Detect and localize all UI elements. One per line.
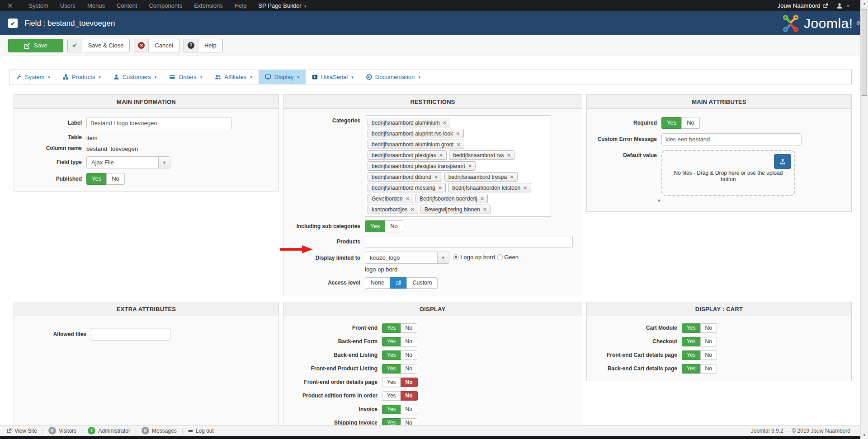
category-tag[interactable]: bedrijfsnaambord dibond×: [368, 172, 442, 182]
scroll-up-arrow[interactable]: ▲: [861, 1, 868, 5]
category-tag[interactable]: Bewegwijzering binnen×: [420, 205, 491, 214]
yes-button[interactable]: Yes: [682, 323, 701, 333]
chevron-down-icon[interactable]: ▼: [437, 252, 449, 263]
menu-hikaserial[interactable]: HikaSerial▾: [306, 70, 360, 84]
no-button[interactable]: No: [700, 337, 717, 346]
menu-affiliates[interactable]: Affiliates▾: [208, 70, 258, 84]
display-limited-to-select[interactable]: keuze_logo ▼: [365, 252, 449, 264]
remove-tag-icon[interactable]: ×: [457, 141, 460, 147]
menu-customers[interactable]: Customers▾: [107, 70, 163, 84]
no-button[interactable]: No: [401, 323, 417, 333]
administrator-status[interactable]: 1 Administrator: [88, 427, 130, 434]
cancel-button[interactable]: ✕ Cancel: [134, 39, 179, 52]
remove-tag-icon[interactable]: ×: [406, 196, 410, 201]
menu-display[interactable]: Display▾: [259, 70, 306, 84]
category-tag[interactable]: bedrijfsnaambord plexiglas×: [368, 150, 447, 160]
remove-tag-icon[interactable]: ×: [524, 185, 527, 191]
logo-op-bord-radio[interactable]: [453, 254, 459, 260]
access-all-button[interactable]: all: [390, 277, 407, 289]
scroll-down-arrow[interactable]: ▼: [861, 433, 868, 437]
no-button[interactable]: No: [401, 350, 417, 360]
yes-button[interactable]: Yes: [661, 117, 682, 129]
save-close-button[interactable]: ✔ Save & Close: [67, 39, 130, 52]
category-tag[interactable]: bedrijfsnaambord aluminium groot×: [368, 140, 464, 149]
yes-button[interactable]: Yes: [365, 220, 385, 232]
no-button[interactable]: No: [700, 364, 717, 374]
site-name-link[interactable]: Jouw Naambord: [778, 2, 829, 9]
field-type-select[interactable]: Ajax File ▼: [86, 156, 170, 168]
category-tag[interactable]: Bedrijfsborden boerderij×: [415, 194, 488, 203]
no-button[interactable]: No: [681, 117, 700, 129]
no-button[interactable]: No: [401, 337, 417, 346]
yes-button[interactable]: Yes: [382, 350, 401, 360]
yes-button[interactable]: Yes: [382, 405, 401, 414]
logout-link[interactable]: Log out: [188, 428, 214, 434]
remove-tag-icon[interactable]: ×: [483, 206, 487, 212]
category-tag[interactable]: bedrijfsnaambord rvs×: [449, 150, 514, 160]
no-button[interactable]: No: [106, 173, 125, 185]
category-tag[interactable]: Gevelborden×: [368, 194, 413, 203]
yes-button[interactable]: Yes: [382, 378, 401, 387]
file-dropzone[interactable]: No files - Drag & Drop here or use the u…: [661, 150, 795, 196]
yes-button[interactable]: Yes: [382, 364, 401, 374]
yes-button[interactable]: Yes: [682, 350, 701, 360]
no-button[interactable]: No: [401, 364, 417, 374]
topbar-item-help[interactable]: Help: [229, 2, 253, 9]
no-button[interactable]: No: [700, 323, 717, 333]
no-button[interactable]: No: [401, 378, 418, 387]
category-tag[interactable]: bedrijfsnaamborden leisteen×: [448, 183, 531, 192]
menu-products[interactable]: Products▾: [57, 70, 107, 84]
topbar-item-system[interactable]: System: [23, 2, 54, 9]
topbar-item-extensions[interactable]: Extensions: [188, 2, 229, 9]
geen-logo-radio[interactable]: [497, 254, 503, 260]
menu-orders[interactable]: Orders▾: [163, 70, 208, 84]
topbar-item-content[interactable]: Content: [111, 2, 143, 9]
menu-system[interactable]: System▾: [9, 70, 57, 84]
user-menu[interactable]: ▾: [836, 3, 849, 9]
categories-tagbox[interactable]: bedrijfsnaambord aluminium× bedrijfsnaam…: [365, 115, 551, 217]
remove-tag-icon[interactable]: ×: [443, 120, 447, 126]
yes-button[interactable]: Yes: [382, 323, 401, 333]
topbar-item-menus[interactable]: Menus: [81, 2, 111, 9]
vertical-scrollbar[interactable]: ▲ ▼: [860, 0, 868, 439]
yes-button[interactable]: Yes: [682, 364, 701, 374]
topbar-item-users[interactable]: Users: [54, 2, 81, 9]
category-tag[interactable]: bedrijfsnaambord aluprint rvs look×: [368, 129, 464, 138]
products-input[interactable]: [365, 236, 573, 248]
no-button[interactable]: No: [401, 405, 417, 414]
category-tag[interactable]: bedrijfsnaambord plexiglas transparant×: [368, 161, 476, 171]
access-custom-button[interactable]: Custom: [406, 277, 438, 289]
remove-tag-icon[interactable]: ×: [456, 131, 460, 136]
visitors-status[interactable]: 0 Visitors: [48, 427, 76, 434]
remove-tag-icon[interactable]: ×: [481, 196, 484, 201]
no-button[interactable]: No: [385, 220, 403, 232]
messages-status[interactable]: 0 Messages: [142, 427, 177, 434]
topbar-item-sp-page-builder[interactable]: SP Page Builder ▾: [253, 2, 312, 9]
custom-error-message-input[interactable]: [661, 133, 802, 145]
chevron-down-icon[interactable]: ▼: [158, 157, 170, 168]
allowed-files-input[interactable]: [91, 328, 170, 341]
remove-tag-icon[interactable]: ×: [410, 206, 414, 212]
menu-documentation[interactable]: Documentation▾: [360, 70, 427, 84]
yes-button[interactable]: Yes: [382, 337, 401, 346]
scrollbar-thumb[interactable]: [862, 9, 867, 96]
category-tag[interactable]: bedrijfsnaambord messing×: [368, 183, 446, 192]
no-button[interactable]: No: [700, 350, 717, 360]
help-button[interactable]: ? Help: [184, 39, 223, 52]
yes-button[interactable]: Yes: [682, 337, 701, 346]
remove-tag-icon[interactable]: ×: [510, 174, 514, 180]
no-button[interactable]: No: [401, 391, 418, 401]
remove-tag-icon[interactable]: ×: [507, 152, 510, 158]
category-tag[interactable]: bedrijfsnaambord trespa×: [444, 172, 518, 182]
remove-tag-icon[interactable]: ×: [439, 185, 442, 191]
remove-tag-icon[interactable]: ×: [439, 152, 443, 158]
category-tag[interactable]: kantoorbordjes×: [368, 205, 418, 214]
save-button[interactable]: Save: [8, 39, 63, 52]
upload-button[interactable]: [774, 154, 791, 169]
category-tag[interactable]: bedrijfsnaambord aluminium×: [368, 118, 450, 127]
topbar-item-components[interactable]: Components: [143, 2, 188, 9]
label-input[interactable]: [86, 117, 232, 129]
access-none-button[interactable]: None: [365, 277, 390, 289]
yes-button[interactable]: Yes: [86, 173, 107, 185]
view-site-link[interactable]: View Site: [6, 428, 37, 434]
